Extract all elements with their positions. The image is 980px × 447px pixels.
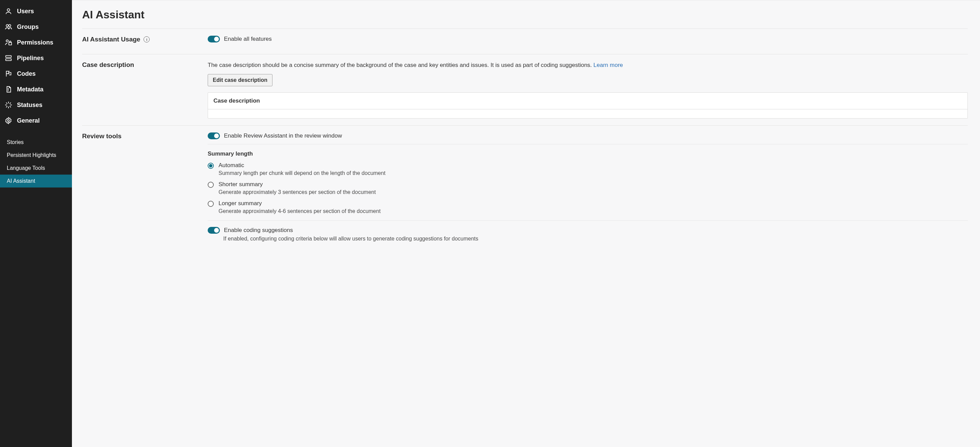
sidebar-item-codes[interactable]: Codes (0, 66, 72, 81)
sidebar-item-label: Users (17, 8, 34, 15)
sidebar-item-label: Groups (17, 24, 39, 30)
section-case-description: Case description The case description sh… (82, 54, 968, 125)
file-icon (5, 86, 12, 93)
coding-suggestions-toggle-label: Enable coding suggestions (224, 227, 293, 234)
radio-automatic[interactable] (208, 163, 214, 169)
radio-description: Generate approximately 3 sentences per s… (218, 189, 375, 195)
coding-suggestions-toggle[interactable] (208, 227, 220, 234)
sidebar-item-groups[interactable]: Groups (0, 19, 72, 35)
sidebar-item-metadata[interactable]: Metadata (0, 81, 72, 97)
radio-description: Generate approximately 4-6 sentences per… (218, 208, 381, 214)
review-assistant-toggle[interactable] (208, 133, 220, 139)
radio-option-automatic[interactable]: Automatic Summary length per chunk will … (208, 162, 968, 176)
radio-label: Shorter summary (218, 181, 375, 188)
sidebar-subnav: Stories Persistent Highlights Language T… (0, 136, 72, 187)
sidebar-item-label: Codes (17, 70, 36, 77)
usage-toggle[interactable] (208, 36, 220, 43)
svg-point-3 (6, 40, 8, 42)
sidebar-item-pipelines[interactable]: Pipelines (0, 50, 72, 66)
review-assistant-toggle-label: Enable Review Assistant in the review wi… (224, 133, 342, 139)
case-description-card-title: Case description (208, 93, 967, 109)
svg-line-11 (10, 106, 11, 107)
radio-longer[interactable] (208, 201, 214, 207)
svg-point-0 (7, 9, 10, 11)
info-icon[interactable]: i (143, 36, 150, 43)
radio-shorter[interactable] (208, 182, 214, 188)
case-description-card-body (208, 109, 967, 118)
sidebar-item-label: Permissions (17, 39, 53, 46)
subnav-item-persistent-highlights[interactable]: Persistent Highlights (0, 149, 72, 162)
edit-case-description-button[interactable]: Edit case description (208, 74, 272, 86)
radio-option-shorter[interactable]: Shorter summary Generate approximately 3… (208, 181, 968, 195)
svg-rect-5 (6, 56, 11, 58)
main-content: AI Assistant AI Assistant Usage i Enable… (72, 0, 980, 447)
svg-point-7 (8, 88, 8, 89)
sidebar-item-label: General (17, 117, 40, 125)
case-description-card: Case description (208, 93, 968, 118)
radio-option-longer[interactable]: Longer summary Generate approximately 4-… (208, 200, 968, 214)
case-description-text: The case description should be a concise… (208, 61, 968, 69)
divider (208, 220, 968, 221)
section-heading-case-description: Case description (82, 61, 201, 69)
coding-suggestions-helper: If enabled, configuring coding criteria … (223, 235, 968, 243)
flag-icon (5, 70, 12, 77)
sidebar-item-label: Metadata (17, 86, 43, 93)
svg-point-1 (6, 24, 8, 27)
summary-length-options: Automatic Summary length per chunk will … (208, 162, 968, 214)
divider (208, 144, 968, 144)
radio-label: Automatic (218, 162, 385, 169)
radio-description: Summary length per chunk will depend on … (218, 170, 385, 176)
subnav-item-stories[interactable]: Stories (0, 136, 72, 149)
sidebar-item-general[interactable]: General (0, 113, 72, 128)
section-review-tools: Review tools Enable Review Assistant in … (82, 125, 968, 249)
svg-point-16 (8, 120, 10, 121)
svg-point-2 (8, 24, 11, 27)
section-usage: AI Assistant Usage i Enable all features (82, 29, 968, 54)
svg-line-14 (6, 106, 8, 107)
svg-line-15 (10, 103, 11, 104)
gear-icon (5, 117, 12, 125)
user-icon (5, 8, 12, 15)
section-heading-usage: AI Assistant Usage i (82, 36, 201, 43)
svg-rect-4 (9, 43, 11, 45)
users-icon (5, 23, 12, 30)
case-description-text-body: The case description should be a concise… (208, 62, 593, 68)
subnav-item-language-tools[interactable]: Language Tools (0, 162, 72, 175)
spinner-icon (5, 101, 12, 109)
learn-more-link[interactable]: Learn more (593, 62, 623, 68)
page-title: AI Assistant (82, 8, 968, 21)
svg-line-10 (6, 103, 8, 104)
sidebar-item-permissions[interactable]: Permissions (0, 35, 72, 50)
sidebar-item-label: Statuses (17, 102, 42, 109)
sidebar-primary-nav: Users Groups Permissions Pipelines Codes (0, 3, 72, 128)
lock-user-icon (5, 39, 12, 46)
sidebar: Users Groups Permissions Pipelines Codes (0, 0, 72, 447)
radio-label: Longer summary (218, 200, 381, 207)
sidebar-item-label: Pipelines (17, 55, 44, 62)
pipeline-icon (5, 54, 12, 62)
sidebar-item-statuses[interactable]: Statuses (0, 97, 72, 113)
summary-length-label: Summary length (208, 150, 968, 157)
svg-rect-6 (6, 59, 11, 61)
section-heading-review-tools: Review tools (82, 133, 201, 140)
usage-toggle-label: Enable all features (224, 36, 272, 43)
sidebar-item-users[interactable]: Users (0, 3, 72, 19)
usage-heading-text: AI Assistant Usage (82, 36, 140, 43)
subnav-item-ai-assistant[interactable]: AI Assistant (0, 175, 72, 187)
